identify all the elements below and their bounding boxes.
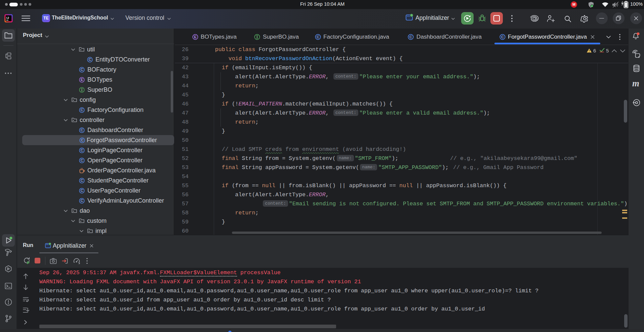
svg-text:IJ: IJ	[6, 16, 9, 19]
